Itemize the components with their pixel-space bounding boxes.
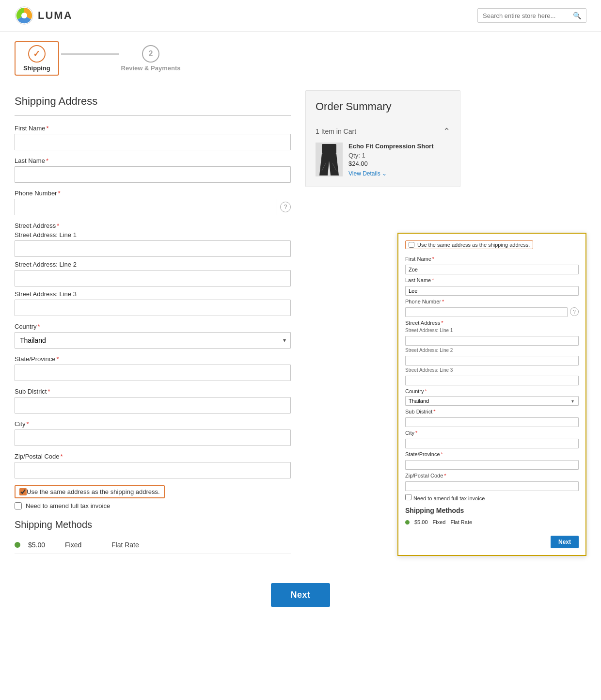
overlay-next-button[interactable]: Next — [551, 536, 579, 548]
street-line1-input[interactable] — [15, 240, 291, 257]
overlay-phone-group: Phone Number* ? — [405, 299, 579, 317]
product-name: Echo Fit Compression Short — [348, 143, 450, 150]
search-box[interactable]: 🔍 — [477, 8, 586, 23]
shipping-method-radio-icon — [15, 542, 20, 548]
left-column: Shipping Address First Name* Last Name* … — [15, 90, 291, 554]
overlay-last-name-input[interactable] — [405, 286, 579, 296]
overlay-last-name-label: Last Name* — [405, 277, 579, 283]
city-group: City* — [15, 420, 291, 446]
first-name-input[interactable] — [15, 134, 291, 150]
header: LUMA 🔍 — [0, 0, 601, 32]
next-button[interactable]: Next — [271, 583, 330, 607]
product-details: Echo Fit Compression Short Qty: 1 $24.00… — [348, 143, 450, 177]
overlay-city-input[interactable] — [405, 439, 579, 448]
overlay-shipping-type: Fixed — [433, 519, 446, 525]
overlay-phone-help-icon[interactable]: ? — [570, 307, 579, 316]
step-2-review: 2 Review & Payments — [121, 45, 181, 72]
overlay-sub-district-label: Sub District* — [405, 409, 579, 414]
items-header[interactable]: 1 Item in Cart ⌃ — [316, 126, 450, 137]
overlay-amend-tax-label[interactable]: Need to amend full tax invoice — [413, 495, 485, 501]
overlay-street-line3-label: Street Address: Line 3 — [405, 367, 579, 373]
search-input[interactable] — [483, 12, 570, 19]
overlay-country-select[interactable]: Thailand — [405, 396, 579, 406]
city-label: City* — [15, 420, 291, 428]
logo: LUMA — [15, 6, 73, 25]
shipping-method-row: $5.00 Fixed Flat Rate — [15, 536, 291, 554]
state-input[interactable] — [15, 365, 291, 381]
overlay-state-label: State/Province* — [405, 451, 579, 457]
step-connector — [61, 53, 119, 55]
product-row: Echo Fit Compression Short Qty: 1 $24.00… — [316, 143, 450, 177]
step-1-circle: ✓ — [28, 45, 46, 63]
street-line2-input[interactable] — [15, 270, 291, 286]
items-count: 1 Item in Cart — [316, 127, 356, 135]
last-name-group: Last Name* — [15, 157, 291, 183]
overlay-last-name-group: Last Name* — [405, 277, 579, 296]
zip-label: Zip/Postal Code* — [15, 453, 291, 460]
overlay-street-line2-input[interactable] — [405, 356, 579, 366]
overlay-first-name-group: First Name* — [405, 256, 579, 274]
street-line3-input[interactable] — [15, 300, 291, 316]
order-summary-title: Order Summary — [316, 100, 450, 113]
last-name-input[interactable] — [15, 166, 291, 183]
overlay-street-line2-label: Street Address: Line 2 — [405, 348, 579, 353]
overlay-amend-tax-checkbox[interactable] — [405, 494, 411, 500]
overlay-country-select-wrap: Thailand ▾ — [405, 396, 579, 406]
overlay-first-name-input[interactable] — [405, 265, 579, 274]
zip-input[interactable] — [15, 462, 291, 478]
street-line2-label: Street Address: Line 2 — [15, 261, 291, 268]
zip-group: Zip/Postal Code* — [15, 453, 291, 478]
svg-point-1 — [21, 13, 27, 18]
phone-label: Phone Number* — [15, 190, 291, 197]
product-image-svg — [317, 144, 341, 175]
same-address-row: Use the same address as the shipping add… — [15, 485, 291, 498]
sub-district-input[interactable] — [15, 397, 291, 414]
phone-input[interactable] — [15, 199, 276, 215]
overlay-phone-input[interactable] — [405, 307, 568, 317]
first-name-label: First Name* — [15, 125, 291, 132]
first-name-group: First Name* — [15, 125, 291, 150]
country-select[interactable]: Thailand USA — [15, 332, 291, 349]
overlay-zip-label: Zip/Postal Code* — [405, 473, 579, 478]
phone-help-icon[interactable]: ? — [280, 202, 291, 212]
product-price: $24.00 — [348, 160, 450, 167]
search-icon: 🔍 — [573, 12, 581, 19]
amend-tax-label[interactable]: Need to amend full tax invoice — [26, 502, 110, 509]
overlay-first-name-label: First Name* — [405, 256, 579, 262]
country-select-wrap: Thailand USA ▾ — [15, 332, 291, 349]
sub-district-group: Sub District* — [15, 388, 291, 414]
view-details-link[interactable]: View Details ⌄ — [348, 170, 450, 177]
step-2-label: Review & Payments — [121, 64, 181, 72]
phone-group: Phone Number* ? — [15, 190, 291, 215]
product-qty: Qty: 1 — [348, 152, 450, 159]
overlay-street-line1-input[interactable] — [405, 336, 579, 346]
overlay-same-address-checkbox[interactable] — [409, 242, 414, 248]
order-summary: Order Summary 1 Item in Cart ⌃ — [305, 90, 460, 187]
overlay-street-label: Street Address* — [405, 320, 579, 326]
same-address-label[interactable]: Use the same address as the shipping add… — [27, 488, 160, 495]
shipping-name: Flat Rate — [111, 541, 139, 549]
city-input[interactable] — [15, 430, 291, 446]
overlay-phone-label: Phone Number* — [405, 299, 579, 304]
overlay-city-group: City* — [405, 430, 579, 448]
overlay-same-address-label[interactable]: Use the same address as the shipping add… — [417, 242, 530, 248]
overlay-zip-input[interactable] — [405, 481, 579, 491]
overlay-state-input[interactable] — [405, 460, 579, 470]
overlay-shipping-price: $5.00 — [414, 519, 428, 525]
step-1-shipping: ✓ Shipping — [15, 41, 59, 76]
overlay-shipping-title: Shipping Methods — [405, 507, 579, 514]
overlay-street-line1-label: Street Address: Line 1 — [405, 328, 579, 333]
overlay-city-label: City* — [405, 430, 579, 436]
street-line3-label: Street Address: Line 3 — [15, 290, 291, 298]
overlay-country-label: Country* — [405, 388, 579, 394]
bottom-next-section: Next — [0, 569, 601, 621]
step-1-label: Shipping — [23, 64, 50, 72]
amend-tax-checkbox[interactable] — [15, 502, 22, 509]
overlay-street-line3-input[interactable] — [405, 376, 579, 385]
overlay-shipping-row: $5.00 Fixed Flat Rate — [405, 517, 579, 527]
same-address-checkbox[interactable] — [19, 488, 27, 495]
phone-row: ? — [15, 199, 291, 215]
overlay-amend-tax-row: Need to amend full tax invoice — [405, 494, 579, 502]
overlay-sub-district-input[interactable] — [405, 417, 579, 427]
state-group: State/Province* — [15, 355, 291, 381]
